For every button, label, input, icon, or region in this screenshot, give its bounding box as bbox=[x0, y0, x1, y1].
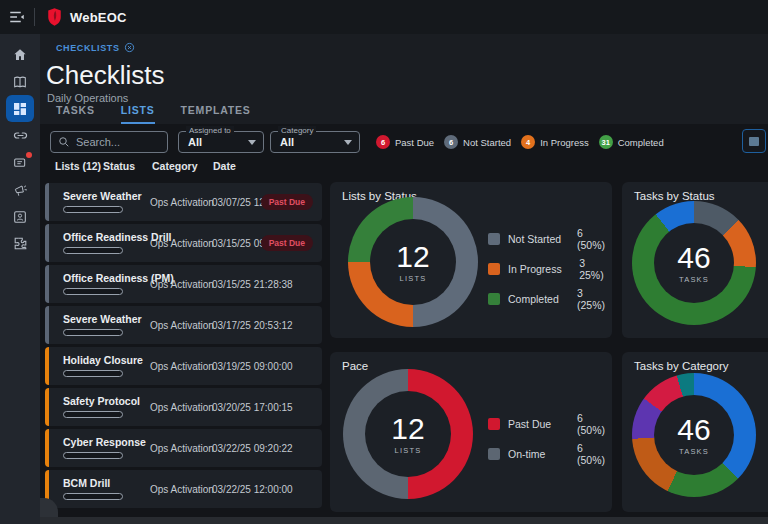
status-legend: 6 Past Due 6 Not Started 4 In Progress 3… bbox=[376, 131, 664, 153]
sidebar-item-boards-active[interactable] bbox=[6, 95, 34, 122]
legend-item: On-time 6 (50%) bbox=[488, 442, 612, 466]
column-category: Category bbox=[152, 160, 198, 172]
megaphone-icon bbox=[12, 182, 28, 198]
progress-bar bbox=[63, 247, 123, 254]
list-item-holiday-closure[interactable]: Holiday Closure Ops Activation 03/19/25 … bbox=[45, 347, 322, 385]
sidebar-item-messages[interactable] bbox=[6, 149, 34, 176]
status-accent-bar bbox=[45, 429, 49, 467]
tasks-by-category-donut[interactable]: 46 TASKS bbox=[632, 373, 756, 497]
dashboard-icon bbox=[12, 101, 28, 117]
list-date: 03/22/25 09:20:22 bbox=[212, 443, 293, 454]
legend-in-progress: 4 In Progress bbox=[521, 135, 589, 149]
assigned-to-select[interactable]: Assigned to All bbox=[178, 131, 264, 153]
panel-tasks-by-status: Tasks by Status 46 TASKS bbox=[622, 182, 768, 338]
chevron-down-icon bbox=[248, 140, 256, 145]
sidebar-collapse-button[interactable] bbox=[0, 0, 34, 34]
progress-bar bbox=[63, 493, 123, 500]
book-icon bbox=[12, 74, 28, 90]
sidebar-item-home[interactable] bbox=[6, 41, 34, 68]
list-item-severe-weather-1[interactable]: Severe Weather Ops Activation 03/07/25 1… bbox=[45, 183, 322, 221]
tab-templates[interactable]: TEMPLATES bbox=[181, 104, 251, 124]
legend-item: In Progress 3 25%) bbox=[488, 257, 612, 281]
list-item-cyber-response[interactable]: Cyber Response Ops Activation 03/22/25 0… bbox=[45, 429, 322, 467]
contact-card-icon bbox=[12, 209, 28, 225]
progress-bar bbox=[63, 206, 123, 213]
search-box[interactable] bbox=[50, 131, 168, 153]
donut-center-label: LISTS bbox=[400, 274, 427, 283]
list-date: 03/19/25 09:00:00 bbox=[212, 361, 293, 372]
menu-collapse-icon bbox=[8, 8, 26, 26]
sidebar-item-plugins[interactable] bbox=[6, 230, 34, 257]
list-name: Cyber Response bbox=[63, 436, 146, 448]
puzzle-icon bbox=[12, 235, 29, 252]
progress-bar bbox=[63, 370, 123, 377]
completed-count-badge: 31 bbox=[599, 135, 613, 149]
legend-value: 6 (50%) bbox=[577, 227, 612, 251]
donut-center-label: TASKS bbox=[679, 275, 709, 284]
list-item-safety-protocol[interactable]: Safety Protocol Ops Activation 03/20/25 … bbox=[45, 388, 322, 426]
progress-bar bbox=[63, 411, 123, 418]
sidebar-item-announcements[interactable] bbox=[6, 176, 34, 203]
donut-center-label: LISTS bbox=[395, 446, 422, 455]
tab-lists[interactable]: LISTS bbox=[121, 104, 155, 124]
legend-completed: 31 Completed bbox=[599, 135, 664, 149]
tasks-by-status-donut[interactable]: 46 TASKS bbox=[632, 201, 756, 325]
in-progress-label: In Progress bbox=[540, 137, 589, 148]
donut-center-value: 12 bbox=[396, 242, 429, 272]
window-bottom-edge bbox=[0, 517, 768, 524]
status-accent-bar bbox=[45, 265, 49, 303]
category-select[interactable]: Category All bbox=[270, 131, 360, 153]
view-toggle-button[interactable] bbox=[742, 129, 766, 153]
search-input[interactable] bbox=[76, 136, 156, 148]
list-item-severe-weather-2[interactable]: Severe Weather Ops Activation 03/17/25 2… bbox=[45, 306, 322, 344]
panel-title: Tasks by Category bbox=[634, 360, 729, 372]
panel-tasks-by-category: Tasks by Category 46 TASKS bbox=[622, 352, 768, 512]
legend-swatch bbox=[488, 418, 500, 430]
legend-value: 3 25%) bbox=[579, 257, 612, 281]
grid-view-icon bbox=[749, 137, 759, 146]
chat-icon bbox=[12, 155, 28, 171]
legend-swatch bbox=[488, 293, 500, 305]
donut-center-value: 46 bbox=[677, 243, 710, 273]
pace-donut[interactable]: 12 LISTS bbox=[343, 369, 473, 499]
legend-swatch bbox=[488, 263, 500, 275]
in-progress-count-badge: 4 bbox=[521, 135, 535, 149]
legend-label: On-time bbox=[508, 448, 569, 460]
list-date: 03/22/25 12:00:00 bbox=[212, 484, 293, 495]
legend-value: 6 (50%) bbox=[577, 412, 612, 436]
list-name: Safety Protocol bbox=[63, 395, 140, 407]
legend-past-due: 6 Past Due bbox=[376, 135, 434, 149]
list-item-bcm-drill[interactable]: BCM Drill Ops Activation 03/22/25 12:00:… bbox=[45, 470, 322, 508]
legend-item: Completed 3 (25%) bbox=[488, 287, 612, 311]
list-item-office-readiness-drill[interactable]: Office Readiness Drill Ops Activation 03… bbox=[45, 224, 322, 262]
list-date: 03/20/25 17:00:15 bbox=[212, 402, 293, 413]
tab-tasks[interactable]: TASKS bbox=[56, 104, 95, 124]
breadcrumb-label: CHECKLISTS bbox=[56, 43, 120, 53]
legend-label: Completed bbox=[508, 293, 569, 305]
legend-not-started: 6 Not Started bbox=[444, 135, 511, 149]
legend-swatch bbox=[488, 233, 500, 245]
legend-label: In Progress bbox=[508, 263, 571, 275]
list-category: Ops Activation bbox=[150, 279, 214, 290]
lists-by-status-donut[interactable]: 12 LISTS bbox=[348, 197, 478, 327]
list-category: Ops Activation bbox=[150, 443, 214, 454]
breadcrumb-chip-checklists[interactable]: CHECKLISTS bbox=[56, 42, 135, 53]
left-sidebar bbox=[0, 34, 40, 524]
status-accent-bar bbox=[45, 388, 49, 426]
page-title: Checklists bbox=[46, 60, 164, 91]
link-icon bbox=[12, 127, 29, 144]
past-due-badge: Past Due bbox=[261, 194, 313, 210]
past-due-badge: Past Due bbox=[261, 235, 313, 251]
sidebar-item-links[interactable] bbox=[6, 122, 34, 149]
list-name: Severe Weather bbox=[63, 313, 142, 325]
pace-legend: Past Due 6 (50%) On-time 6 (50%) bbox=[488, 412, 612, 466]
past-due-count-badge: 6 bbox=[376, 135, 390, 149]
sidebar-item-maps[interactable] bbox=[6, 68, 34, 95]
donut-center-value: 12 bbox=[391, 414, 424, 444]
sidebar-item-contacts[interactable] bbox=[6, 203, 34, 230]
legend-swatch bbox=[488, 448, 500, 460]
circle-close-icon[interactable] bbox=[124, 42, 135, 53]
shield-logo-icon bbox=[47, 7, 62, 27]
legend-label: Not Started bbox=[508, 233, 569, 245]
list-item-office-readiness-pm[interactable]: Office Readiness (PM) Ops Activation 03/… bbox=[45, 265, 322, 303]
